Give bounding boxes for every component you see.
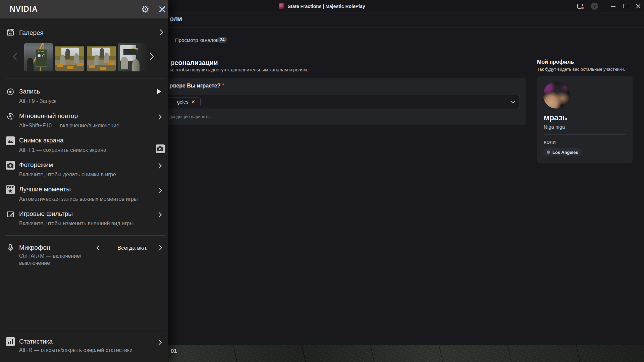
gallery-thumbnail-3[interactable] bbox=[87, 43, 116, 71]
menu-subtitle: Включите, чтобы изменить внешний вид игр… bbox=[19, 220, 133, 227]
profile-divider bbox=[544, 134, 626, 135]
microphone-icon bbox=[6, 243, 15, 252]
menu-item-microphone[interactable]: Микрофон Ctrl+Alt+M — включение/выключен… bbox=[0, 241, 168, 272]
role-badge-los-angeles: Los Angeles bbox=[543, 148, 582, 156]
question-label: рвере Вы играете?* bbox=[170, 83, 224, 89]
soldier-figure bbox=[121, 57, 128, 69]
desk bbox=[57, 64, 63, 67]
chevron-right-icon bbox=[158, 339, 162, 345]
menu-title: Запись bbox=[19, 88, 40, 95]
gallery-thumbnail-1[interactable]: FORT bbox=[24, 43, 53, 71]
highlights-icon bbox=[6, 185, 15, 194]
take-screenshot-camera-icon[interactable] bbox=[156, 144, 165, 153]
menu-title: Статистика bbox=[19, 338, 53, 345]
menu-subtitle: Ctrl+Alt+M — включение/выключение bbox=[19, 252, 98, 266]
profile-secondary-name: Niga niga bbox=[544, 124, 565, 130]
window-title: State Fractions | Majestic RolePlay bbox=[287, 4, 365, 9]
mic-option-prev-icon[interactable] bbox=[96, 245, 100, 250]
personalization-heading-partial: рсонализации bbox=[170, 59, 218, 67]
mic-option-next-icon[interactable] bbox=[159, 245, 162, 250]
menu-item-highlights[interactable]: Лучшие моменты Автоматическая запись важ… bbox=[0, 183, 168, 205]
menu-item-statistics[interactable]: Статистика Alt+R — открыть/закрыть оверл… bbox=[0, 336, 168, 358]
chevron-right-icon bbox=[158, 114, 162, 120]
tab-browse-channels[interactable]: Просмотр каналов bbox=[175, 37, 219, 43]
server-icon bbox=[279, 3, 284, 9]
thumbnails-prev-icon[interactable] bbox=[13, 53, 17, 61]
overlay-close-icon[interactable]: × bbox=[158, 3, 167, 15]
desk bbox=[100, 67, 106, 70]
screenshot-icon bbox=[6, 136, 15, 145]
minimize-button[interactable] bbox=[611, 6, 615, 7]
personalization-subheading-partial: ы, чтобы получить доступ к дополнительны… bbox=[170, 67, 308, 72]
menu-subtitle: Alt+F9 - Запуск bbox=[19, 98, 56, 105]
titlebar-divider bbox=[606, 3, 606, 9]
menu-title: Мгновенный повтор bbox=[19, 112, 78, 120]
menu-title: Снимок экрана bbox=[19, 137, 63, 144]
menu-item-game-filters[interactable]: Игровые фильтры Включите, чтобы изменить… bbox=[0, 208, 168, 230]
selected-tag-los-angeles[interactable]: geles ✕ bbox=[165, 98, 201, 106]
instant-replay-icon bbox=[6, 112, 15, 121]
menu-item-record[interactable]: Запись Alt+F9 - Запуск bbox=[0, 85, 168, 108]
gallery-thumbnail-2[interactable] bbox=[55, 43, 84, 71]
menu-title: Фоторежим bbox=[19, 161, 53, 169]
divider bbox=[6, 78, 166, 78]
update-available-icon[interactable] bbox=[576, 2, 584, 10]
profile-card: мразь Niga niga РОЛИ Los Angeles bbox=[537, 76, 633, 163]
page-title-partial: оли bbox=[170, 15, 182, 23]
menu-item-photo-mode[interactable]: Фоторежим Включите, чтобы делать снимки … bbox=[0, 159, 168, 181]
statistics-icon bbox=[6, 337, 15, 346]
channel-count-badge: 24 bbox=[217, 37, 227, 43]
play-icon[interactable] bbox=[157, 89, 161, 94]
role-dot-icon bbox=[547, 150, 550, 154]
thumbnails-next-icon[interactable] bbox=[150, 52, 154, 60]
tag-remove-icon[interactable]: ✕ bbox=[191, 100, 195, 104]
gallery-title[interactable]: Галерея bbox=[19, 29, 44, 37]
divider bbox=[6, 331, 166, 331]
question-card: рвере Вы играете?* geles ✕ дходящие вари… bbox=[144, 78, 526, 125]
menu-title: Микрофон bbox=[19, 244, 50, 251]
menu-subtitle: Автоматическая запись важных моментов иг… bbox=[19, 195, 138, 202]
fort-sign-text: FORT bbox=[36, 51, 47, 53]
my-profile-subtitle: Так будут видеть вас остальные участники… bbox=[537, 67, 625, 72]
menu-subtitle: Включите, чтобы делать снимки в игре bbox=[19, 171, 116, 178]
photo-mode-icon bbox=[6, 161, 15, 170]
divider bbox=[6, 235, 166, 236]
soldier-figure bbox=[104, 53, 109, 63]
roles-label: РОЛИ bbox=[544, 140, 556, 145]
required-asterisk: * bbox=[222, 83, 224, 88]
screen: State Fractions | Majestic RolePlay ? × … bbox=[0, 0, 644, 362]
desk bbox=[77, 63, 83, 66]
menu-subtitle: Alt+R — открыть/закрыть оверлей статисти… bbox=[19, 347, 132, 354]
question-text-partial: рвере Вы играете? bbox=[170, 83, 220, 88]
chevron-right-icon bbox=[158, 163, 162, 169]
record-icon bbox=[6, 87, 15, 96]
menu-item-instant-replay[interactable]: Мгновенный повтор Alt+Shift+F10 — включе… bbox=[0, 110, 168, 132]
menu-subtitle: Alt+Shift+F10 — включение/выключение bbox=[19, 122, 119, 129]
chevron-right-icon bbox=[158, 212, 162, 218]
chevron-down-icon[interactable] bbox=[510, 100, 516, 104]
game-filters-icon bbox=[6, 210, 15, 219]
game-hud-text-partial: 01 bbox=[171, 348, 177, 355]
nvidia-header: NVIDIA ⚙ × bbox=[0, 0, 168, 18]
server-select-field[interactable]: geles ✕ bbox=[151, 95, 520, 109]
help-icon[interactable]: ? bbox=[591, 3, 598, 10]
profile-username: мразь bbox=[544, 113, 567, 122]
close-window-button[interactable]: × bbox=[635, 3, 641, 9]
maximize-button[interactable] bbox=[623, 4, 627, 8]
gallery-chevron-right-icon[interactable] bbox=[160, 29, 163, 35]
tag-label-partial: geles bbox=[177, 99, 188, 105]
avatar bbox=[543, 82, 570, 109]
desk bbox=[89, 65, 95, 68]
chevron-right-icon bbox=[158, 187, 162, 193]
soldier-figure bbox=[65, 49, 70, 59]
menu-title: Игровые фильтры bbox=[19, 210, 73, 218]
sign-emblem-2 bbox=[42, 54, 45, 57]
nvidia-logo: NVIDIA bbox=[10, 0, 38, 18]
menu-item-screenshot[interactable]: Снимок экрана Alt+F1 — сохранить снимок … bbox=[0, 134, 168, 157]
soldier-figure bbox=[94, 55, 99, 65]
my-profile-title: Мой профиль bbox=[537, 59, 574, 65]
settings-gear-icon[interactable]: ⚙ bbox=[141, 4, 149, 14]
soldier-figure bbox=[74, 53, 79, 63]
fort-sign: FORT bbox=[36, 49, 47, 67]
nvidia-overlay-panel: NVIDIA ⚙ × Галерея FORT bbox=[0, 0, 168, 362]
